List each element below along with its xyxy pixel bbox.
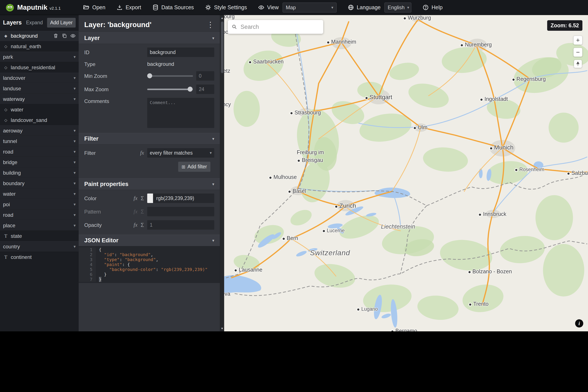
max-zoom-input[interactable] bbox=[196, 84, 214, 94]
layer-list-item-water[interactable]: ◇water bbox=[0, 104, 79, 115]
layer-id-input[interactable] bbox=[147, 48, 214, 57]
editor-scrollbar[interactable]: ▲ ▼ bbox=[220, 15, 224, 331]
chevron-down-icon[interactable]: ▾ bbox=[73, 128, 76, 133]
background-opacity-input[interactable] bbox=[147, 220, 214, 230]
city-dot bbox=[512, 79, 515, 81]
city-dot bbox=[469, 304, 471, 306]
layer-list-item-bridge[interactable]: bridge▾ bbox=[0, 157, 79, 168]
fx-icon[interactable]: fx bbox=[133, 208, 137, 214]
chevron-down-icon[interactable]: ▾ bbox=[73, 86, 76, 91]
layer-name: background bbox=[11, 33, 38, 39]
layer-list-item-landcover_sand[interactable]: ◇landcover_sand bbox=[0, 115, 79, 125]
chevron-down-icon[interactable]: ▾ bbox=[73, 139, 76, 144]
layer-list-item-aeroway[interactable]: aeroway▾ bbox=[0, 125, 79, 136]
attribution-info-button[interactable]: i bbox=[575, 319, 583, 328]
chevron-down-icon[interactable]: ▾ bbox=[73, 244, 76, 249]
language-button[interactable]: Language bbox=[348, 4, 381, 10]
chevron-down-icon[interactable]: ▾ bbox=[73, 96, 76, 102]
section-header-layer[interactable]: Layer ▾ bbox=[79, 32, 220, 44]
fx-icon[interactable]: fx bbox=[133, 195, 137, 201]
open-button[interactable]: Open bbox=[83, 4, 105, 10]
layer-list-item-landuse[interactable]: landuse▾ bbox=[0, 83, 79, 94]
layer-name: landcover bbox=[3, 75, 25, 81]
comments-textarea[interactable] bbox=[147, 98, 214, 128]
layer-list-item-landuse_residential[interactable]: ◇landuse_residential bbox=[0, 62, 79, 73]
chevron-down-icon[interactable]: ▾ bbox=[73, 212, 76, 218]
layer-list-item-poi[interactable]: poi▾ bbox=[0, 199, 79, 210]
zoom-in-button[interactable]: + bbox=[573, 36, 583, 45]
layer-list-item-state[interactable]: Tstate bbox=[0, 231, 79, 241]
layer-list-item-landcover[interactable]: landcover▾ bbox=[0, 73, 79, 83]
expand-button[interactable]: Expand bbox=[25, 20, 44, 26]
layer-list-item-building[interactable]: building▾ bbox=[0, 168, 79, 178]
scroll-down-icon[interactable]: ▼ bbox=[220, 327, 224, 330]
min-zoom-slider[interactable] bbox=[147, 71, 193, 81]
scrollbar-thumb[interactable] bbox=[221, 22, 224, 73]
chevron-down-icon[interactable]: ▾ bbox=[73, 76, 76, 80]
layer-list-item-road[interactable]: road▾ bbox=[0, 146, 79, 157]
map-viewport[interactable]: WurzburgMannheimNurembergSaarbrückenRege… bbox=[224, 15, 588, 331]
filter-combiner-select[interactable]: every filter matches ▾ bbox=[147, 148, 214, 158]
map-label: Lugano bbox=[357, 306, 378, 312]
layer-list-item-boundary[interactable]: boundary▾ bbox=[0, 178, 79, 188]
compass-button[interactable] bbox=[574, 60, 582, 68]
layer-list-item-waterway[interactable]: waterway▾ bbox=[0, 94, 79, 104]
chevron-down-icon[interactable]: ▾ bbox=[73, 223, 76, 228]
city-dot bbox=[461, 44, 463, 46]
slider-thumb[interactable] bbox=[188, 87, 193, 92]
data-sources-button[interactable]: Data Sources bbox=[152, 4, 194, 10]
json-editor[interactable]: 1{2 "id": "background",3 "type": "backgr… bbox=[79, 246, 220, 283]
section-header-filter[interactable]: Filter ▾ bbox=[79, 133, 220, 144]
language-select[interactable]: English ▾ bbox=[384, 2, 411, 12]
export-button[interactable]: Export bbox=[116, 4, 141, 10]
add-filter-button[interactable]: ⊞ Add filter bbox=[178, 162, 210, 172]
scroll-up-icon[interactable]: ▲ bbox=[220, 16, 224, 20]
slider-thumb[interactable] bbox=[147, 73, 152, 78]
help-button[interactable]: Help bbox=[423, 4, 443, 10]
map-search-box[interactable] bbox=[228, 20, 323, 34]
layer-list-item-background[interactable]: ◆background bbox=[0, 30, 79, 41]
delete-layer-icon[interactable] bbox=[53, 33, 58, 38]
chevron-down-icon[interactable]: ▾ bbox=[73, 149, 76, 154]
layer-list-item-road[interactable]: road▾ bbox=[0, 210, 79, 220]
chevron-down-icon[interactable]: ▾ bbox=[73, 160, 76, 165]
section-header-paint[interactable]: Paint properties ▾ bbox=[79, 178, 220, 190]
layer-list-item-continent[interactable]: Tcontinent bbox=[0, 252, 79, 262]
background-pattern-input[interactable] bbox=[147, 207, 214, 216]
layer-name: continent bbox=[11, 254, 31, 260]
add-layer-button[interactable]: Add Layer bbox=[47, 18, 76, 28]
min-zoom-input[interactable] bbox=[196, 71, 214, 81]
chevron-down-icon[interactable]: ▾ bbox=[73, 170, 76, 175]
fx-icon[interactable]: fx bbox=[140, 150, 144, 156]
layer-name: poi bbox=[3, 202, 10, 208]
chevron-down-icon[interactable]: ▾ bbox=[73, 202, 76, 207]
view-button[interactable]: View bbox=[258, 4, 279, 10]
layer-list-item-tunnel[interactable]: tunnel▾ bbox=[0, 136, 79, 146]
layer-list-item-natural_earth[interactable]: ◇natural_earth bbox=[0, 41, 79, 52]
layer-list-item-country[interactable]: country▾ bbox=[0, 241, 79, 252]
zoom-out-button[interactable]: − bbox=[573, 48, 583, 57]
chevron-down-icon[interactable]: ▾ bbox=[73, 54, 76, 59]
layer-list-item-place[interactable]: place▾ bbox=[0, 220, 79, 231]
layer-actions-menu-icon[interactable]: ⋮ bbox=[207, 21, 214, 28]
sigma-icon[interactable]: Σ bbox=[141, 208, 144, 215]
max-zoom-slider[interactable] bbox=[147, 84, 193, 94]
color-swatch[interactable] bbox=[147, 194, 153, 203]
layers-panel: Layers Expand Add Layer ◆background◇natu… bbox=[0, 15, 79, 331]
chevron-down-icon[interactable]: ▾ bbox=[73, 181, 76, 186]
sigma-icon[interactable]: Σ bbox=[141, 195, 144, 202]
globe-icon bbox=[348, 4, 354, 10]
layer-list-item-park[interactable]: park▾ bbox=[0, 52, 79, 62]
section-header-json-editor[interactable]: JSON Editor ▾ bbox=[79, 234, 220, 246]
view-mode-select[interactable]: Map ▾ bbox=[283, 2, 336, 12]
layer-list-item-water[interactable]: water▾ bbox=[0, 188, 79, 199]
sigma-icon[interactable]: Σ bbox=[141, 222, 144, 228]
duplicate-layer-icon[interactable] bbox=[62, 33, 67, 38]
background-color-input[interactable] bbox=[147, 194, 214, 203]
show-layer-icon[interactable] bbox=[70, 33, 76, 38]
chevron-down-icon[interactable]: ▾ bbox=[73, 192, 76, 196]
fx-icon[interactable]: fx bbox=[133, 222, 137, 228]
style-settings-button[interactable]: Style Settings bbox=[205, 4, 247, 10]
layers-header: Layers Expand Add Layer bbox=[0, 15, 79, 30]
search-input[interactable] bbox=[240, 24, 319, 30]
